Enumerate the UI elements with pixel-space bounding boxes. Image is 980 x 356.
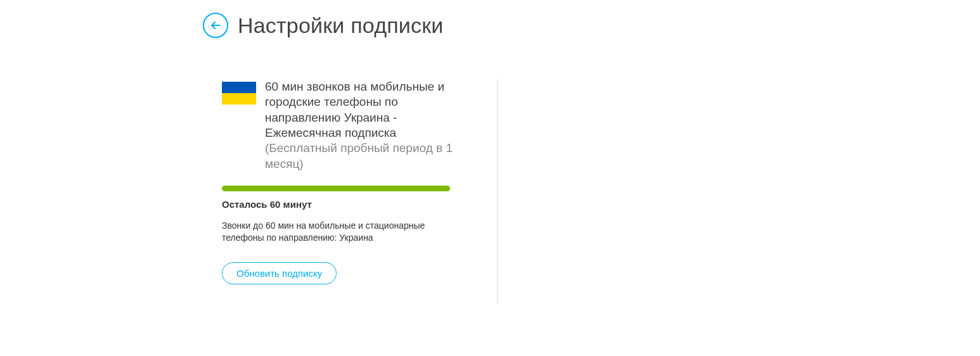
- subscription-card: 60 мин звонков на мобильные и городские …: [222, 79, 498, 303]
- page-header: Настройки подписки: [203, 13, 980, 38]
- minutes-progress-bar: [222, 186, 450, 191]
- remaining-minutes-label: Осталось 60 минут: [222, 199, 468, 210]
- plan-title-main: 60 мин звонков на мобильные и городские …: [265, 80, 444, 139]
- plan-description: Звонки до 60 мин на мобильные и стациона…: [222, 220, 468, 245]
- plan-title-sub: (Бесплатный пробный период в 1 месяц): [265, 141, 453, 170]
- content-area: 60 мин звонков на мобильные и городские …: [203, 79, 980, 303]
- arrow-left-icon: [209, 19, 222, 32]
- page-title: Настройки подписки: [238, 13, 443, 38]
- ukraine-flag-icon: [222, 82, 256, 105]
- back-button[interactable]: [203, 13, 228, 38]
- plan-title: 60 мин звонков на мобильные и городские …: [265, 79, 468, 172]
- plan-header: 60 мин звонков на мобильные и городские …: [222, 79, 468, 172]
- update-subscription-button[interactable]: Обновить подписку: [222, 262, 337, 284]
